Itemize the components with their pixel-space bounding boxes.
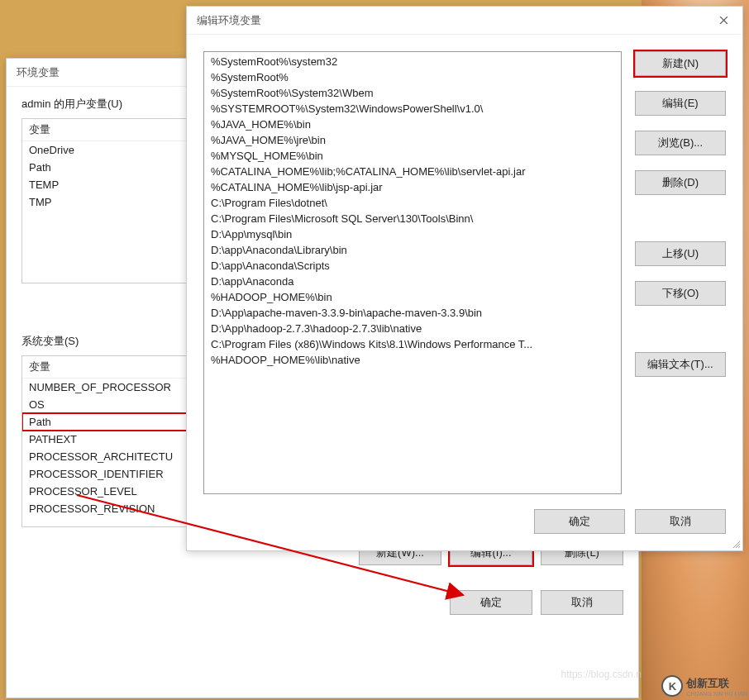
edit-button[interactable]: 编辑(E) [635, 91, 726, 116]
path-item[interactable]: %CATALINA_HOME%\lib;%CATALINA_HOME%\lib\… [206, 164, 619, 179]
path-item[interactable]: %CATALINA_HOME%\lib\jsp-api.jar [206, 179, 619, 195]
browse-button[interactable]: 浏览(B)... [635, 131, 726, 155]
watermark-text: 创新互联 [686, 676, 747, 691]
dialog-titlebar[interactable]: 编辑环境变量 [187, 7, 742, 35]
column-variable: 变量 [29, 122, 211, 137]
ok-button[interactable]: 确定 [450, 590, 532, 615]
resize-grip-icon[interactable] [731, 539, 741, 549]
path-item[interactable]: %JAVA_HOME%\bin [206, 117, 619, 132]
column-variable: 变量 [29, 360, 211, 374]
path-item[interactable]: D:\app\Anaconda\Library\bin [206, 242, 619, 258]
path-item[interactable]: %SystemRoot%\System32\Wbem [206, 85, 619, 101]
ok-button[interactable]: 确定 [534, 509, 625, 534]
close-icon[interactable] [704, 7, 742, 35]
move-down-button[interactable]: 下移(O) [635, 281, 726, 306]
move-up-button[interactable]: 上移(U) [635, 241, 726, 266]
path-item[interactable]: %MYSQL_HOME%\bin [206, 148, 619, 164]
watermark-url: https://blog.csdn.n [561, 669, 642, 680]
path-entries-list[interactable]: %SystemRoot%\system32%SystemRoot%%System… [203, 51, 622, 494]
path-item[interactable]: D:\app\Anaconda\Scripts [206, 258, 619, 274]
edit-text-button[interactable]: 编辑文本(T)... [635, 352, 726, 377]
watermark-logo-icon: K [661, 675, 683, 697]
path-item[interactable]: %HADOOP_HOME%\lib\native [206, 352, 619, 368]
path-item[interactable]: %HADOOP_HOME%\bin [206, 289, 619, 305]
path-item[interactable]: %SystemRoot%\system32 [206, 54, 619, 69]
edit-environment-variable-dialog: 编辑环境变量 %SystemRoot%\system32%SystemRoot%… [186, 6, 743, 551]
path-item[interactable]: D:\App\hadoop-2.7.3\hadoop-2.7.3\lib\nat… [206, 321, 619, 336]
new-button[interactable]: 新建(N) [635, 51, 726, 76]
cancel-button[interactable]: 取消 [541, 590, 623, 615]
path-item[interactable]: %SystemRoot% [206, 69, 619, 85]
path-item[interactable]: %JAVA_HOME%\jre\bin [206, 132, 619, 148]
path-item[interactable]: C:\Program Files\Microsoft SQL Server\13… [206, 211, 619, 226]
cancel-button[interactable]: 取消 [635, 509, 726, 534]
path-item[interactable]: C:\Program Files\dotnet\ [206, 195, 619, 211]
path-item[interactable]: C:\Program Files (x86)\Windows Kits\8.1\… [206, 336, 619, 352]
path-item[interactable]: D:\app\Anaconda [206, 274, 619, 289]
delete-button[interactable]: 删除(D) [635, 170, 726, 195]
watermark: K 创新互联 CHUANG XIN HU LIAN [661, 675, 747, 697]
path-item[interactable]: D:\App\mysql\bin [206, 226, 619, 242]
watermark-subtext: CHUANG XIN HU LIAN [686, 691, 747, 697]
path-item[interactable]: D:\App\apache-maven-3.3.9-bin\apache-mav… [206, 305, 619, 321]
path-item[interactable]: %SYSTEMROOT%\System32\WindowsPowerShell\… [206, 101, 619, 117]
dialog-title: 编辑环境变量 [197, 13, 704, 28]
